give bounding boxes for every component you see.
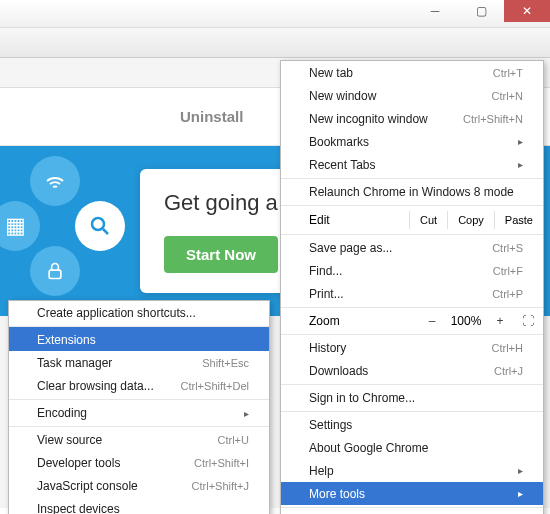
- menu-about[interactable]: About Google Chrome: [281, 436, 543, 459]
- tab-bar: [0, 28, 550, 58]
- cut-button[interactable]: Cut: [409, 211, 447, 229]
- submenu-encoding[interactable]: Encoding▸: [9, 399, 269, 424]
- menu-new-window[interactable]: New windowCtrl+N: [281, 84, 543, 107]
- fullscreen-icon[interactable]: ⛶: [513, 314, 543, 328]
- menu-help[interactable]: Help▸: [281, 459, 543, 482]
- paste-button[interactable]: Paste: [494, 211, 543, 229]
- close-button[interactable]: ✕: [504, 0, 550, 22]
- menu-bookmarks[interactable]: Bookmarks▸: [281, 130, 543, 153]
- zoom-out-button[interactable]: –: [419, 314, 445, 328]
- minimize-button[interactable]: ─: [412, 0, 458, 22]
- submenu-view-source[interactable]: View sourceCtrl+U: [9, 426, 269, 451]
- menu-print[interactable]: Print...Ctrl+P: [281, 282, 543, 305]
- submenu-js-console[interactable]: JavaScript consoleCtrl+Shift+J: [9, 474, 269, 497]
- menu-downloads[interactable]: DownloadsCtrl+J: [281, 359, 543, 382]
- submenu-developer-tools[interactable]: Developer toolsCtrl+Shift+I: [9, 451, 269, 474]
- window-titlebar: ─ ▢ ✕: [0, 0, 550, 28]
- menu-sign-in[interactable]: Sign in to Chrome...: [281, 384, 543, 409]
- lock-icon: [30, 246, 80, 296]
- start-now-button[interactable]: Start Now: [164, 236, 278, 273]
- chrome-main-menu: New tabCtrl+T New windowCtrl+N New incog…: [280, 60, 544, 514]
- more-tools-submenu: Create application shortcuts... Extensio…: [8, 300, 270, 514]
- zoom-in-button[interactable]: +: [487, 314, 513, 328]
- menu-save-page[interactable]: Save page as...Ctrl+S: [281, 234, 543, 259]
- wifi-icon: [30, 156, 80, 206]
- menu-new-tab[interactable]: New tabCtrl+T: [281, 61, 543, 84]
- menu-more-tools[interactable]: More tools▸: [281, 482, 543, 505]
- submenu-extensions[interactable]: Extensions: [9, 326, 269, 351]
- zoom-label: Zoom: [309, 314, 419, 328]
- menu-settings[interactable]: Settings: [281, 411, 543, 436]
- svg-line-2: [103, 229, 108, 234]
- grid-icon: ▦: [0, 201, 40, 251]
- uninstall-label: Uninstall: [180, 108, 243, 125]
- copy-button[interactable]: Copy: [447, 211, 494, 229]
- search-icon: [75, 201, 125, 251]
- submenu-task-manager[interactable]: Task managerShift+Esc: [9, 351, 269, 374]
- edit-label: Edit: [309, 213, 409, 227]
- svg-point-1: [92, 218, 104, 230]
- menu-find[interactable]: Find...Ctrl+F: [281, 259, 543, 282]
- maximize-button[interactable]: ▢: [458, 0, 504, 22]
- submenu-inspect-devices[interactable]: Inspect devices: [9, 497, 269, 514]
- menu-exit[interactable]: ExitCtrl+Shift+Q: [281, 507, 543, 514]
- menu-history[interactable]: HistoryCtrl+H: [281, 334, 543, 359]
- submenu-clear-browsing[interactable]: Clear browsing data...Ctrl+Shift+Del: [9, 374, 269, 397]
- zoom-value: 100%: [445, 314, 487, 328]
- menu-edit-row: Edit Cut Copy Paste: [281, 205, 543, 232]
- menu-relaunch-win8[interactable]: Relaunch Chrome in Windows 8 mode: [281, 178, 543, 203]
- svg-rect-0: [49, 270, 61, 278]
- menu-zoom-row: Zoom – 100% + ⛶: [281, 307, 543, 332]
- submenu-create-shortcuts[interactable]: Create application shortcuts...: [9, 301, 269, 324]
- menu-recent-tabs[interactable]: Recent Tabs▸: [281, 153, 543, 176]
- menu-new-incognito[interactable]: New incognito windowCtrl+Shift+N: [281, 107, 543, 130]
